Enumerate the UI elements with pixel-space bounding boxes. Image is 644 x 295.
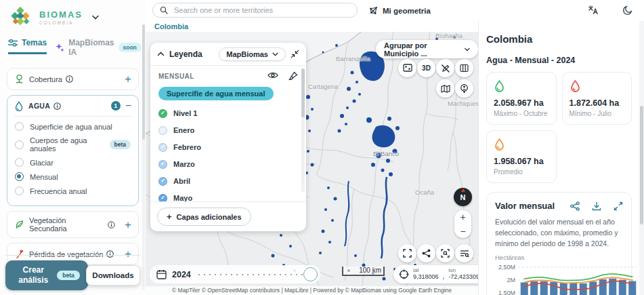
- year-slider-handle[interactable]: [303, 267, 318, 281]
- option-glaciar[interactable]: Glaciar: [15, 158, 131, 167]
- details-panel: Colombia Agua - Mensual - 2024 2.058.967…: [478, 21, 639, 295]
- sliders-icon: [8, 39, 18, 47]
- zoom-control: + −: [454, 210, 471, 238]
- check-circle[interactable]: [158, 109, 167, 118]
- map-attribution: © MapTiler © OpenStreetMap contributors …: [146, 286, 478, 295]
- theme-perdida-header[interactable]: Pérdida de vegetación +: [14, 248, 131, 260]
- zoom-in-button[interactable]: +: [460, 212, 465, 222]
- expand-perdida-button[interactable]: +: [125, 248, 131, 260]
- crosshair-icon[interactable]: [399, 269, 409, 279]
- option-cuerpos[interactable]: Cuerpos de agua anuales beta: [15, 136, 131, 153]
- collapse-agua-button[interactable]: −: [125, 100, 131, 111]
- layer-pill[interactable]: Supercifie de agua mensual: [158, 87, 274, 100]
- paintbrush-icon[interactable]: [288, 71, 298, 81]
- satellite-view-button[interactable]: [398, 59, 416, 77]
- draw-disabled-button[interactable]: [436, 59, 454, 77]
- layers-columns-button[interactable]: [455, 59, 473, 77]
- legend-item-enero[interactable]: Enero: [158, 123, 298, 137]
- search-list-button[interactable]: [455, 244, 473, 262]
- street-view-button[interactable]: [455, 79, 473, 98]
- check-circle[interactable]: [158, 143, 167, 152]
- sidebar-scrollbar[interactable]: [142, 24, 145, 290]
- search-input[interactable]: [173, 5, 350, 15]
- sparkles-icon: [56, 43, 64, 52]
- territory-search[interactable]: [152, 3, 358, 18]
- radio-unchecked[interactable]: [15, 140, 24, 149]
- legend-title: Leyenda: [169, 50, 202, 59]
- theme-cobertura-label: Cobertura: [29, 75, 62, 83]
- share-chart-icon[interactable]: [570, 201, 580, 211]
- svg-text:2M: 2M: [507, 277, 515, 283]
- create-analysis-button[interactable]: Crear análisis beta: [5, 260, 88, 290]
- theme-cobertura-header[interactable]: Cobertura +: [14, 73, 131, 85]
- sidebar-tabs: Temas MapBiomas IA soon: [0, 31, 146, 62]
- theme-agua-label: AGUA: [28, 102, 50, 110]
- compass-north-button[interactable]: N: [454, 188, 472, 206]
- theme-vegetacion: Vegetación Secundaria +: [7, 211, 139, 238]
- expand-cobertura-button[interactable]: +: [125, 73, 131, 85]
- page-scrollbar[interactable]: [639, 21, 644, 295]
- chart-y-axis-label: Hectáreas: [495, 254, 623, 261]
- translate-icon[interactable]: [587, 5, 599, 16]
- year-label: 2024: [172, 270, 191, 279]
- check-circle[interactable]: [158, 177, 167, 186]
- tree-icon: [14, 74, 24, 84]
- check-circle[interactable]: [158, 126, 167, 135]
- logo-country: COLOMBIA: [39, 20, 83, 25]
- fullscreen-button[interactable]: [398, 244, 416, 262]
- share-map-button[interactable]: [417, 244, 435, 262]
- basemap-button[interactable]: [436, 79, 454, 98]
- legend-item-abril[interactable]: Abril: [158, 174, 298, 188]
- legend-item-mayo[interactable]: Mayo: [158, 191, 298, 201]
- leaf-icon: [14, 220, 24, 230]
- 3d-view-button[interactable]: 3D: [417, 59, 435, 77]
- tab-ia-label: MapBiomas IA: [68, 38, 114, 57]
- radio-unchecked[interactable]: [15, 122, 24, 131]
- radio-checked[interactable]: [15, 172, 24, 181]
- tab-temas[interactable]: Temas: [8, 38, 47, 54]
- search-area-button[interactable]: [436, 244, 454, 262]
- group-by-select[interactable]: Agrupar por Municipio ...: [376, 40, 478, 58]
- mi-geometria-button[interactable]: Mi geometria: [369, 0, 431, 21]
- legend-item-marzo[interactable]: Marzo: [158, 157, 298, 171]
- zoom-out-button[interactable]: −: [460, 227, 465, 236]
- eye-icon[interactable]: [267, 71, 278, 79]
- theme-vegetacion-header[interactable]: Vegetación Secundaria +: [14, 216, 131, 233]
- beta-badge: beta: [110, 140, 131, 149]
- radio-unchecked[interactable]: [15, 158, 24, 167]
- monthly-value-chart: 2,50M2M1,50M1M: [495, 262, 640, 295]
- stat-card-maximo: 2.058.967 ha Máximo - Octubre: [486, 72, 557, 125]
- option-superficie[interactable]: Superficie de agua anual: [15, 122, 131, 131]
- expand-vegetacion-button[interactable]: +: [125, 219, 131, 231]
- chevron-down-icon[interactable]: [92, 15, 99, 20]
- panel-subtitle: Agua - Mensual - 2024: [486, 56, 632, 65]
- breadcrumb[interactable]: Colombia: [154, 22, 188, 31]
- legend-panel: Leyenda MapBiomas MENSUAL Supercifie de …: [150, 43, 306, 231]
- expand-chart-icon[interactable]: [614, 201, 623, 211]
- chevron-up-icon[interactable]: [157, 52, 165, 56]
- collapse-icon[interactable]: [291, 50, 299, 58]
- theme-vegetacion-label: Vegetación Secundaria: [29, 216, 104, 233]
- legend-item-febrero[interactable]: Febrero: [158, 140, 298, 154]
- additional-layers-button[interactable]: + Capas adicionales: [157, 208, 251, 226]
- map-label-cartagena: Cartagena: [308, 83, 338, 90]
- stat-label: Mínimo - Julio: [570, 110, 625, 117]
- mi-geometria-label: Mi geometria: [383, 7, 431, 15]
- legend-scrollbar[interactable]: [301, 68, 305, 192]
- year-slider-track[interactable]: [196, 274, 314, 275]
- check-circle[interactable]: [158, 160, 167, 169]
- radio-unchecked[interactable]: [15, 186, 24, 195]
- download-chart-icon[interactable]: [592, 201, 601, 211]
- downloads-button[interactable]: Downloads: [86, 265, 140, 286]
- theme-perdida-label: Pérdida de vegetación: [29, 250, 103, 258]
- option-frecuencia[interactable]: Frecuencia anual: [15, 186, 131, 195]
- stat-label: Promedio: [494, 168, 549, 176]
- legend-item-nivel1[interactable]: Nivel 1: [158, 106, 298, 120]
- theme-agua-header[interactable]: AGUA 1 −: [14, 100, 131, 111]
- option-mensual[interactable]: Mensual: [15, 172, 131, 181]
- tab-mapbiomas-ia[interactable]: MapBiomas IA soon: [56, 38, 142, 62]
- legend-source-select[interactable]: MapBiomas: [219, 47, 286, 61]
- check-circle[interactable]: [158, 194, 167, 202]
- logo[interactable]: MAPBIOMAS COLOMBIA: [0, 0, 146, 31]
- dark-mode-moon-icon[interactable]: [622, 5, 633, 16]
